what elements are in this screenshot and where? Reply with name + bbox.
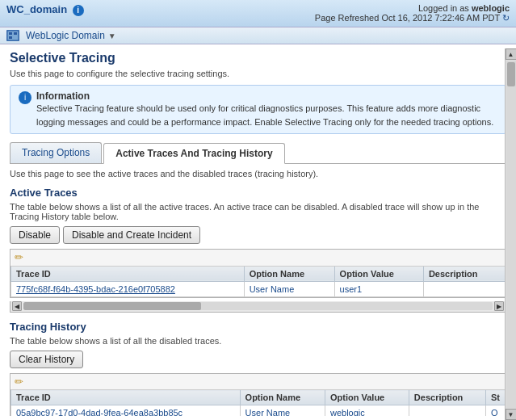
svg-rect-3 — [9, 36, 12, 39]
domain-info-icon[interactable]: i — [73, 5, 84, 16]
tabs-container: Tracing Options Active Traces And Tracin… — [10, 142, 506, 164]
breadcrumb-dropdown-icon[interactable]: ▼ — [108, 32, 116, 40]
info-box-icon: i — [19, 91, 31, 104]
cell-description — [423, 281, 505, 296]
page-description: Use this page to configure the selective… — [10, 69, 506, 78]
active-traces-title: Active Traces — [10, 187, 506, 199]
logged-in-label: Logged in as — [418, 3, 469, 13]
scroll-thumb[interactable] — [23, 302, 201, 310]
hist-cell-option-name: User Name — [240, 405, 325, 417]
domain-info: WC_domain i — [6, 3, 84, 16]
vsb-track[interactable] — [506, 61, 516, 408]
vsb-up-icon[interactable]: ▲ — [506, 48, 517, 60]
history-action-row: ✏ — [11, 374, 506, 390]
domain-title: WC_domain i — [6, 3, 84, 15]
active-traces-scrollbar[interactable]: ◀ ▶ — [10, 301, 506, 313]
scroll-track[interactable] — [23, 302, 493, 310]
vsb-thumb[interactable] — [507, 62, 515, 86]
hist-col-trace-id: Trace ID — [11, 390, 241, 405]
info-box-title: Information — [36, 90, 90, 102]
disable-button[interactable]: Disable — [10, 226, 60, 244]
col-description: Description — [423, 266, 505, 281]
tracing-history-title: Tracing History — [10, 321, 506, 333]
logged-in-info: Logged in as weblogic Page Refreshed Oct… — [315, 3, 510, 23]
scroll-left-icon[interactable]: ◀ — [12, 301, 22, 311]
tab-active-traces[interactable]: Active Traces And Tracing History — [103, 143, 284, 164]
pencil-icon-2: ✏ — [15, 376, 23, 388]
tracing-history-description: The table below shows a list of all the … — [10, 336, 506, 346]
page-refreshed-text: Page Refreshed Oct 16, 2012 7:22:46 AM P… — [315, 13, 500, 23]
hist-cell-status: O — [486, 405, 506, 417]
active-traces-action-row: ✏ — [11, 250, 506, 266]
disable-incident-button[interactable]: Disable and Create Incident — [63, 226, 200, 244]
svg-rect-1 — [9, 32, 12, 35]
cell-option-value: user1 — [334, 281, 423, 296]
active-traces-header-row: Trace ID Option Name Option Value Descri… — [11, 266, 506, 281]
tracing-history-table-wrapper: ✏ Trace ID Option Name Option Value Desc… — [10, 373, 506, 417]
page-title: Selective Tracing — [10, 51, 506, 65]
tracing-history-table: ✏ Trace ID Option Name Option Value Desc… — [10, 374, 506, 417]
history-table-row[interactable]: 05a9bc97-17d0-4dad-9fea-64ea8a3bb85c Use… — [11, 405, 506, 417]
logged-in-user: weblogic — [472, 3, 510, 13]
info-box: i Information Selective Tracing feature … — [10, 85, 506, 134]
info-box-header: Information Selective Tracing feature sh… — [36, 90, 497, 128]
active-traces-buttons: Disable Disable and Create Incident — [10, 226, 506, 244]
hist-col-description: Description — [409, 390, 485, 405]
tab-description: Use this page to see the active traces a… — [10, 169, 506, 178]
tracing-history-section: Tracing History The table below shows a … — [10, 321, 506, 417]
breadcrumb-link[interactable]: WebLogic Domain — [26, 30, 105, 41]
hist-cell-trace-id: 05a9bc97-17d0-4dad-9fea-64ea8a3bb85c — [11, 405, 241, 417]
svg-rect-2 — [14, 32, 17, 35]
main-content: Selective Tracing Use this page to confi… — [0, 44, 516, 416]
tab-tracing-options[interactable]: Tracing Options — [10, 142, 102, 163]
hist-cell-option-value: weblogic — [325, 405, 409, 417]
info-box-text: Selective Tracing feature should be used… — [36, 103, 493, 127]
vsb-down-icon[interactable]: ▼ — [506, 409, 517, 420]
breadcrumb-bar: WebLogic Domain ▼ — [0, 27, 516, 44]
active-traces-table: ✏ Trace ID Option Name Option Value Desc… — [10, 250, 506, 297]
tracing-history-buttons: Clear History — [10, 351, 506, 368]
svg-rect-0 — [7, 31, 19, 40]
cell-trace-id: 775fc68f-f64b-4395-bdac-216e0f705882 — [11, 281, 245, 296]
cell-option-name: User Name — [244, 281, 334, 296]
clear-history-button[interactable]: Clear History — [10, 351, 83, 368]
domain-name-text: WC_domain — [6, 3, 67, 15]
col-trace-id: Trace ID — [11, 266, 245, 281]
pencil-icon: ✏ — [15, 251, 23, 263]
hist-col-option-name: Option Name — [240, 390, 325, 405]
hist-col-option-value: Option Value — [325, 390, 409, 405]
history-header-row: Trace ID Option Name Option Value Descri… — [11, 390, 506, 405]
top-header: WC_domain i Logged in as weblogic Page R… — [0, 0, 516, 27]
hist-col-status: St — [486, 390, 506, 405]
active-traces-table-wrapper: ✏ Trace ID Option Name Option Value Desc… — [10, 249, 506, 298]
table-row[interactable]: 775fc68f-f64b-4395-bdac-216e0f705882 Use… — [11, 281, 506, 296]
scroll-right-icon[interactable]: ▶ — [494, 301, 504, 311]
refresh-icon[interactable]: ↻ — [502, 13, 510, 23]
vertical-scrollbar[interactable]: ▲ ▼ — [505, 48, 516, 420]
weblogic-domain-icon — [6, 30, 19, 41]
col-option-value: Option Value — [334, 266, 423, 281]
active-traces-section: Active Traces The table below shows a li… — [10, 187, 506, 313]
active-traces-description: The table below shows a list of all the … — [10, 202, 506, 221]
hist-cell-description — [409, 405, 485, 417]
col-option-name: Option Name — [244, 266, 334, 281]
